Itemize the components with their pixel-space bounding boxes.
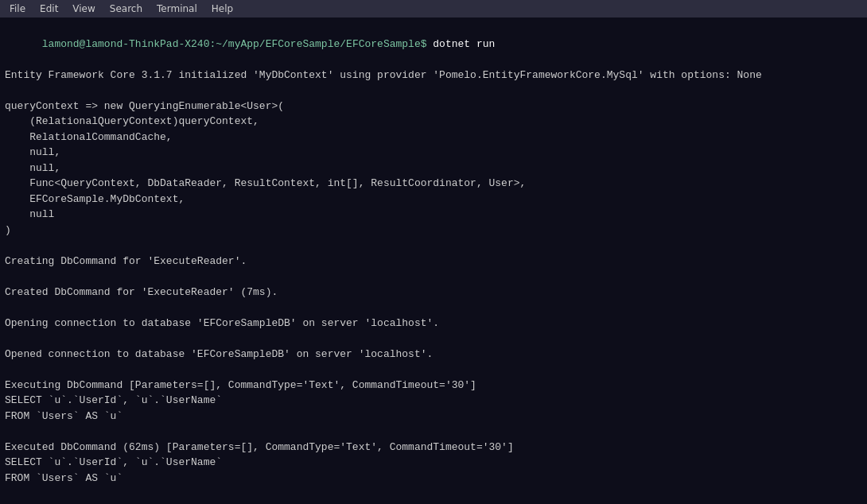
menu-terminal[interactable]: Terminal bbox=[150, 2, 204, 16]
command-text: dotnet run bbox=[427, 38, 496, 50]
output-line: EFCoreSample.MyDbContext, bbox=[5, 192, 862, 207]
menu-help[interactable]: Help bbox=[205, 2, 239, 16]
output-line: A data reader was disposed. bbox=[5, 502, 862, 505]
terminal-window: File Edit View Search Terminal Help lamo… bbox=[0, 0, 867, 504]
output-line bbox=[5, 424, 862, 440]
menu-view[interactable]: View bbox=[66, 2, 101, 16]
output-line: RelationalCommandCache, bbox=[5, 130, 862, 145]
output-line: Executed DbCommand (62ms) [Parameters=[]… bbox=[5, 440, 862, 456]
output-line: SELECT `u`.`UserId`, `u`.`UserName` bbox=[5, 455, 862, 471]
output-line: SELECT `u`.`UserId`, `u`.`UserName` bbox=[5, 393, 862, 409]
output-line: Func<QueryContext, DbDataReader, ResultC… bbox=[5, 176, 862, 192]
output-line: Entity Framework Core 3.1.7 initialized … bbox=[5, 68, 862, 83]
output-line: Creating DbCommand for 'ExecuteReader'. bbox=[5, 254, 862, 269]
output-line bbox=[5, 331, 862, 347]
output-line bbox=[5, 269, 862, 285]
output-line: Created DbCommand for 'ExecuteReader' (7… bbox=[5, 285, 862, 300]
output-line bbox=[5, 362, 862, 378]
menu-bar: File Edit View Search Terminal Help bbox=[0, 0, 867, 17]
output-container: Entity Framework Core 3.1.7 initialized … bbox=[5, 68, 862, 505]
output-line: FROM `Users` AS `u` bbox=[5, 409, 862, 425]
prompt-command-line: lamond@lamond-ThinkPad-X240:~/myApp/EFCo… bbox=[5, 21, 862, 68]
menu-file[interactable]: File bbox=[3, 2, 32, 16]
output-line: Opened connection to database 'EFCoreSam… bbox=[5, 347, 862, 362]
terminal-body[interactable]: lamond@lamond-ThinkPad-X240:~/myApp/EFCo… bbox=[0, 17, 867, 504]
output-line bbox=[5, 238, 862, 254]
output-line: (RelationalQueryContext)queryContext, bbox=[5, 114, 862, 130]
output-line: Opening connection to database 'EFCoreSa… bbox=[5, 316, 862, 331]
initial-prompt: lamond@lamond-ThinkPad-X240:~/myApp/EFCo… bbox=[42, 38, 427, 50]
menu-edit[interactable]: Edit bbox=[33, 2, 64, 16]
output-line: null bbox=[5, 207, 862, 223]
output-line: null, bbox=[5, 161, 862, 176]
output-line: Executing DbCommand [Parameters=[], Comm… bbox=[5, 378, 862, 394]
output-line: ) bbox=[5, 223, 862, 238]
output-line bbox=[5, 486, 862, 502]
output-line bbox=[5, 300, 862, 316]
output-line: queryContext => new QueryingEnumerable<U… bbox=[5, 99, 862, 114]
menu-search[interactable]: Search bbox=[103, 2, 149, 16]
output-line: null, bbox=[5, 145, 862, 161]
output-line: FROM `Users` AS `u` bbox=[5, 471, 862, 487]
output-line bbox=[5, 83, 862, 99]
